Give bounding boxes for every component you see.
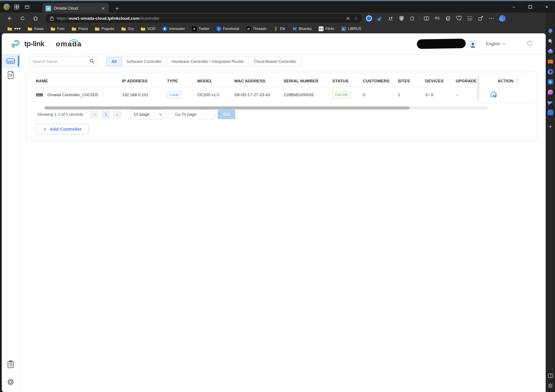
collections-icon[interactable] — [444, 15, 452, 22]
bookmark-folder[interactable]: Praca — [69, 25, 90, 32]
favorites-list-icon[interactable] — [433, 15, 441, 22]
controller-icon — [6, 58, 15, 65]
add-controller-button[interactable]: + Add Controller — [36, 124, 89, 134]
folder-icon — [51, 26, 55, 31]
facebook-icon: f — [216, 26, 221, 31]
shopping-tag-icon[interactable] — [547, 48, 554, 55]
tab-actions-icon[interactable] — [23, 3, 31, 11]
microsoft-365-icon[interactable] — [547, 68, 554, 75]
extension-puzzle-icon[interactable] — [409, 15, 416, 22]
inoreader-icon — [162, 26, 167, 31]
account-avatar[interactable] — [469, 40, 477, 48]
bookmark-folder[interactable]: Kawa — [25, 25, 46, 32]
sidebar-search-icon[interactable] — [547, 38, 554, 44]
nav-item-audit[interactable] — [2, 357, 19, 371]
goto-page-input[interactable] — [200, 110, 215, 119]
bookmark-folder[interactable]: Foto — [48, 25, 67, 32]
reload-icon[interactable] — [18, 14, 27, 23]
browser-profile-avatar[interactable] — [3, 4, 10, 10]
bookmark-bluesky[interactable]: Bluesky — [290, 25, 314, 32]
feather-extension-icon[interactable] — [376, 15, 384, 22]
new-tab-button[interactable]: + — [113, 5, 121, 12]
read-aloud-icon[interactable]: A) — [344, 15, 352, 22]
drop-icon[interactable] — [547, 109, 554, 116]
scrollbar-thumb[interactable] — [44, 106, 409, 109]
column-settings-icon[interactable] — [517, 79, 518, 83]
folder-icon — [95, 26, 100, 31]
cell-upgrade: -- — [456, 87, 479, 102]
browser-essentials-icon[interactable] — [455, 15, 463, 22]
current-page-button[interactable]: 1 — [102, 110, 110, 119]
omada-favicon-icon — [45, 6, 51, 11]
next-page-button[interactable]: › — [113, 110, 121, 119]
folder-icon — [121, 26, 126, 31]
cell-mac: D8-0D-17-27-23-43 — [234, 87, 284, 102]
back-icon[interactable] — [5, 14, 14, 23]
notifications-bell-icon[interactable] — [547, 28, 554, 34]
close-window-button[interactable]: × — [539, 1, 555, 13]
filter-tab-hardware[interactable]: Hardware Controller / Integrated Router — [167, 57, 249, 66]
header-divider — [481, 40, 482, 47]
prev-page-button[interactable]: ‹ — [90, 110, 99, 119]
launch-controller-icon[interactable] — [490, 91, 497, 99]
col-sites: SITES — [398, 75, 425, 87]
languagetool-extension-icon[interactable]: LT — [387, 15, 394, 22]
sidebar-settings-gear-icon[interactable] — [547, 383, 554, 389]
home-icon[interactable] — [31, 14, 40, 23]
url-text: https://euw1-omada-cloud.tplinkcloud.com… — [57, 16, 344, 21]
nav-item-controllers[interactable] — [2, 54, 19, 68]
controller-type-filter: All Software Controller Hardware Control… — [106, 57, 301, 66]
horizontal-scrollbar[interactable] — [44, 106, 488, 109]
bookmark-folder[interactable]: ♥♥♥ — [5, 25, 23, 32]
onepassword-extension-icon[interactable] — [365, 15, 373, 22]
screenshot-icon[interactable] — [466, 15, 474, 22]
minimize-button[interactable]: – — [506, 1, 522, 13]
paper-plane-icon[interactable] — [547, 99, 554, 106]
split-screen-icon[interactable] — [423, 15, 430, 22]
bookmark-folder[interactable]: Pogoda — [92, 25, 117, 32]
bookmark-flickr[interactable]: Flickr — [316, 25, 337, 32]
address-bar[interactable]: https://euw1-omada-cloud.tplinkcloud.com… — [45, 14, 362, 23]
bookmark-threads[interactable]: @Threads — [244, 25, 269, 32]
bookmark-folder[interactable]: VOD — [138, 25, 158, 32]
bookmark-inoreader[interactable]: Inoreader — [160, 25, 188, 32]
filter-tab-software[interactable]: Software Controller — [122, 57, 167, 66]
nav-item-logs[interactable] — [2, 68, 19, 82]
share-icon[interactable] — [477, 15, 485, 22]
col-ip: IP ADDRESS — [122, 75, 167, 87]
search-input[interactable] — [29, 59, 89, 64]
tab-close-icon[interactable]: × — [100, 5, 106, 12]
bookmark-librus[interactable]: LLIBRUS — [339, 25, 364, 32]
browser-tab[interactable]: Omada Cloud × — [43, 3, 109, 14]
cell-customers: 0 — [363, 87, 398, 102]
cell-devices: 3 / 0 — [425, 87, 456, 102]
add-sidebar-app-icon[interactable]: + — [547, 123, 554, 130]
favorite-star-icon[interactable]: ☆ — [352, 15, 360, 22]
table-row[interactable]: Omada Controller_C0C5D5 192.168.0.101 Lo… — [36, 87, 479, 102]
copilot-icon[interactable] — [498, 15, 506, 22]
filter-tab-cloud[interactable]: Cloud-Based Controller — [249, 57, 302, 66]
bookmark-facebook[interactable]: fFacebook — [214, 25, 242, 32]
adguard-shield-icon[interactable] — [398, 15, 405, 22]
bookmark-folder[interactable]: Gry — [119, 25, 136, 32]
nav-item-settings[interactable] — [2, 375, 19, 389]
local-badge: Local — [167, 92, 181, 98]
language-selector[interactable]: English — [486, 41, 506, 46]
page-refresh-icon[interactable] — [527, 40, 533, 47]
bookmark-elk[interactable]: Elk — [271, 25, 288, 32]
col-upgrade: UPGRADE — [456, 75, 479, 87]
designer-icon[interactable] — [547, 89, 554, 95]
search-icon[interactable] — [89, 58, 95, 65]
sidebar-panel-icon[interactable] — [547, 372, 554, 379]
redacted-account-name — [417, 39, 466, 49]
outlook-icon[interactable]: O — [547, 79, 554, 85]
bookmark-twitter[interactable]: XTwitter — [189, 25, 212, 32]
per-page-select[interactable]: 10 /page — [130, 110, 165, 119]
workspaces-icon[interactable] — [13, 3, 20, 11]
more-menu-icon[interactable] — [488, 15, 495, 22]
go-button[interactable]: GO — [218, 110, 235, 119]
search-box[interactable] — [29, 57, 97, 66]
tools-toolbox-icon[interactable] — [547, 58, 554, 65]
maximize-button[interactable] — [522, 1, 539, 13]
filter-tab-all[interactable]: All — [106, 57, 122, 66]
